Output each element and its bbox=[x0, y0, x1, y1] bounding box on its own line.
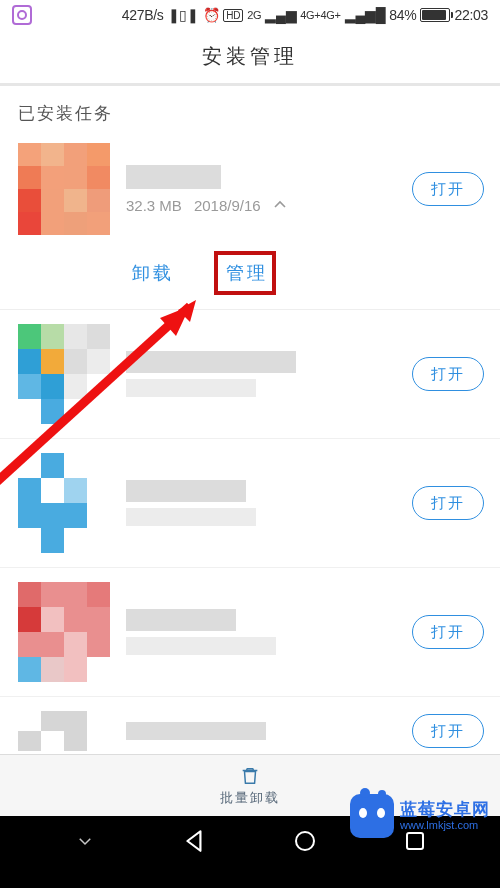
svg-rect-55 bbox=[87, 607, 110, 632]
app-name-redacted bbox=[126, 165, 221, 189]
signal-2g: 2G bbox=[247, 9, 261, 21]
status-left bbox=[12, 5, 32, 25]
svg-rect-20 bbox=[18, 349, 41, 374]
app-meta: 32.3 MB 2018/9/16 bbox=[126, 197, 412, 214]
app-info bbox=[110, 722, 412, 740]
svg-rect-17 bbox=[41, 324, 64, 349]
svg-rect-70 bbox=[64, 731, 87, 751]
gallery-icon bbox=[12, 5, 32, 25]
signal-bars-2: ▂▄▆█ bbox=[345, 7, 386, 23]
svg-rect-9 bbox=[41, 189, 64, 212]
svg-rect-52 bbox=[18, 607, 41, 632]
signal-bars-1: ▂▄▆ bbox=[265, 7, 296, 23]
open-button[interactable]: 打开 bbox=[412, 615, 484, 649]
trash-icon[interactable] bbox=[239, 765, 261, 787]
svg-rect-59 bbox=[87, 632, 110, 657]
net-speed: 427B/s bbox=[122, 7, 164, 23]
svg-rect-49 bbox=[41, 582, 64, 607]
installed-app-list: 32.3 MB 2018/9/16 打开 卸载 管理 bbox=[0, 135, 500, 751]
svg-rect-18 bbox=[64, 324, 87, 349]
watermark-title: 蓝莓安卓网 bbox=[400, 801, 490, 820]
svg-rect-12 bbox=[18, 212, 41, 235]
app-meta-redacted bbox=[126, 609, 412, 655]
svg-rect-26 bbox=[64, 374, 87, 399]
app-row[interactable]: 32.3 MB 2018/9/16 打开 bbox=[0, 135, 500, 243]
status-right: 427B/s ❚▯❚ ⏰ HD 2G ▂▄▆ 4G+4G+ ▂▄▆█ 84% 2… bbox=[122, 7, 488, 23]
app-icon bbox=[18, 453, 110, 553]
svg-rect-2 bbox=[64, 143, 87, 166]
svg-rect-50 bbox=[64, 582, 87, 607]
open-button[interactable]: 打开 bbox=[412, 486, 484, 520]
svg-rect-65 bbox=[41, 711, 64, 731]
svg-rect-8 bbox=[18, 189, 41, 212]
svg-rect-47 bbox=[87, 528, 110, 553]
svg-rect-60 bbox=[18, 657, 41, 682]
watermark-url: www.lmkjst.com bbox=[400, 819, 490, 831]
batch-uninstall-button[interactable]: 批量卸载 bbox=[220, 789, 280, 807]
svg-rect-44 bbox=[18, 528, 41, 553]
manage-button[interactable]: 管理 bbox=[226, 261, 268, 285]
svg-rect-5 bbox=[41, 166, 64, 189]
svg-rect-45 bbox=[41, 528, 64, 553]
battery-icon bbox=[420, 8, 450, 22]
svg-rect-35 bbox=[87, 453, 110, 478]
svg-rect-1 bbox=[41, 143, 64, 166]
svg-rect-0 bbox=[18, 143, 41, 166]
nav-menu-caret-icon[interactable] bbox=[70, 826, 100, 856]
svg-rect-36 bbox=[18, 478, 41, 503]
svg-rect-27 bbox=[87, 374, 110, 399]
open-button[interactable]: 打开 bbox=[412, 357, 484, 391]
clock: 22:03 bbox=[454, 7, 488, 23]
app-meta-redacted bbox=[126, 722, 412, 740]
watermark: 蓝莓安卓网 www.lmkjst.com bbox=[346, 792, 494, 840]
app-row[interactable]: 打开 bbox=[0, 697, 500, 751]
svg-rect-68 bbox=[18, 731, 41, 751]
svg-rect-48 bbox=[18, 582, 41, 607]
app-row[interactable]: 打开 bbox=[0, 568, 500, 697]
svg-rect-15 bbox=[87, 212, 110, 235]
uninstall-button[interactable]: 卸载 bbox=[132, 261, 174, 285]
vibrate-icon: ❚▯❚ bbox=[168, 7, 199, 23]
svg-rect-3 bbox=[87, 143, 110, 166]
app-row[interactable]: 打开 bbox=[0, 439, 500, 568]
nav-home-icon[interactable] bbox=[290, 826, 320, 856]
app-info bbox=[110, 609, 412, 655]
svg-point-75 bbox=[296, 832, 314, 850]
open-button[interactable]: 打开 bbox=[412, 172, 484, 206]
svg-rect-23 bbox=[87, 349, 110, 374]
svg-rect-38 bbox=[64, 478, 87, 503]
svg-rect-71 bbox=[87, 731, 110, 751]
svg-rect-25 bbox=[41, 374, 64, 399]
svg-rect-16 bbox=[18, 324, 41, 349]
open-button[interactable]: 打开 bbox=[412, 714, 484, 748]
app-info bbox=[110, 351, 412, 397]
svg-rect-19 bbox=[87, 324, 110, 349]
section-installed-title: 已安装任务 bbox=[0, 86, 500, 135]
svg-rect-13 bbox=[41, 212, 64, 235]
watermark-text: 蓝莓安卓网 www.lmkjst.com bbox=[400, 801, 490, 832]
svg-rect-46 bbox=[64, 528, 87, 553]
svg-rect-34 bbox=[64, 453, 87, 478]
svg-rect-10 bbox=[64, 189, 87, 212]
svg-rect-69 bbox=[41, 731, 64, 751]
svg-rect-7 bbox=[87, 166, 110, 189]
app-meta-redacted bbox=[126, 480, 412, 526]
svg-rect-6 bbox=[64, 166, 87, 189]
expanded-actions: 卸载 管理 bbox=[0, 243, 500, 310]
svg-rect-4 bbox=[18, 166, 41, 189]
svg-rect-61 bbox=[41, 657, 64, 682]
manage-label: 管理 bbox=[226, 263, 268, 283]
svg-rect-30 bbox=[64, 399, 87, 424]
app-icon bbox=[18, 582, 110, 682]
chevron-up-icon[interactable] bbox=[273, 198, 287, 212]
app-row[interactable]: 打开 bbox=[0, 310, 500, 439]
svg-rect-32 bbox=[18, 453, 41, 478]
svg-rect-58 bbox=[64, 632, 87, 657]
svg-rect-40 bbox=[18, 503, 41, 528]
watermark-logo-icon bbox=[350, 794, 394, 838]
app-meta-redacted bbox=[126, 351, 412, 397]
svg-rect-66 bbox=[64, 711, 87, 731]
app-info bbox=[110, 480, 412, 526]
nav-back-icon[interactable] bbox=[180, 826, 210, 856]
page-title: 安装管理 bbox=[0, 30, 500, 86]
